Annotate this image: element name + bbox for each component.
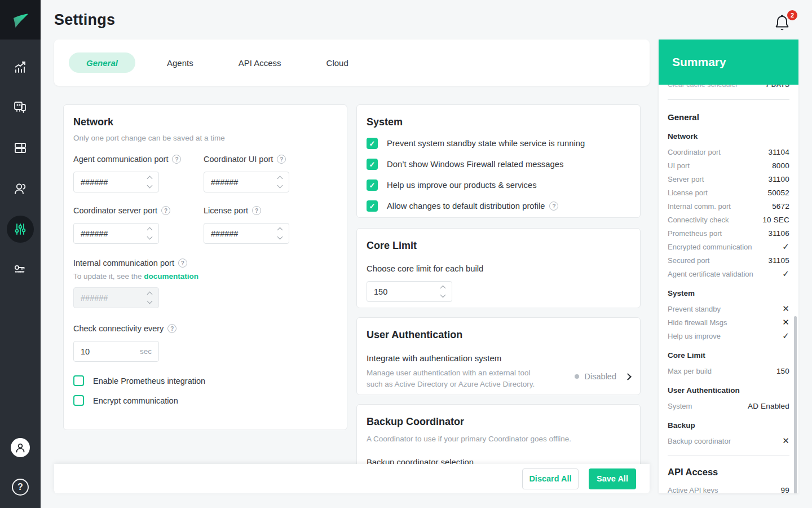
port-input[interactable]: ###### — [73, 223, 159, 244]
internal-port-label: Internal communication port — [73, 259, 174, 268]
spinner-down-icon[interactable] — [440, 292, 446, 298]
summary-clipped-row: Clear cache scheduler 7 DAYS — [668, 85, 789, 91]
spinner-up-icon[interactable] — [147, 176, 153, 182]
summary-row: Encrypted communication ✓ — [668, 240, 789, 253]
help-icon[interactable]: ? — [12, 479, 29, 496]
spinner-control[interactable] — [441, 286, 445, 297]
spinner-control[interactable] — [148, 228, 152, 239]
settings-tab[interactable]: Cloud — [313, 52, 362, 73]
checkbox-checked[interactable]: ✓ — [367, 200, 378, 212]
chevron-right-icon — [624, 373, 632, 380]
spinner-down-icon[interactable] — [147, 234, 153, 240]
notifications-button[interactable]: 2 — [774, 14, 793, 34]
checkbox-checked[interactable]: ✓ — [367, 179, 378, 191]
sidebar-item-builds[interactable] — [7, 134, 34, 161]
help-tooltip-icon[interactable]: ? — [172, 155, 181, 164]
core-limit-value: 150 — [374, 287, 387, 296]
auth-status-control[interactable]: Disabled — [575, 364, 630, 389]
checkbox-row[interactable]: ✓ Help us improve our products & service… — [367, 179, 630, 191]
notification-badge: 2 — [787, 10, 797, 20]
spinner-down-icon[interactable] — [277, 183, 283, 189]
summary-row-value: ✓ — [782, 331, 789, 341]
checkbox-row[interactable]: Encrypt communication — [73, 395, 337, 406]
sidebar-item-license[interactable] — [7, 256, 34, 283]
port-input[interactable]: ###### — [204, 172, 289, 192]
summary-row: Server port 31100 — [668, 172, 789, 186]
summary-row: Agent certificate validation ✓ — [668, 267, 789, 281]
port-input[interactable]: ###### — [204, 223, 289, 244]
summary-row-label: System — [668, 289, 695, 297]
checkbox-checked[interactable]: ✓ — [367, 159, 378, 170]
summary-row: Backup coordinator ✕ — [668, 434, 789, 448]
help-tooltip-icon[interactable]: ? — [161, 206, 170, 215]
agents-icon — [13, 100, 28, 115]
spinner-up-icon[interactable] — [440, 286, 446, 291]
checkbox-row[interactable]: ✓ Prevent system standby state while ser… — [367, 138, 630, 149]
spinner-up-icon[interactable] — [277, 176, 283, 182]
help-tooltip-icon[interactable]: ? — [167, 324, 176, 333]
summary-row-value: 150 — [776, 367, 789, 375]
network-checkboxes: Enable Prometheus integration Encrypt co… — [73, 375, 337, 406]
help-tooltip-icon[interactable]: ? — [178, 259, 187, 268]
discard-all-button[interactable]: Discard All — [522, 468, 579, 489]
help-tooltip-icon[interactable]: ? — [277, 155, 286, 164]
connectivity-input[interactable]: 10 sec — [73, 341, 159, 362]
sidebar-item-settings[interactable] — [7, 216, 34, 243]
app-logo[interactable] — [0, 0, 41, 40]
settings-tab[interactable]: General — [69, 52, 135, 73]
summary-scrollbar[interactable] — [794, 316, 797, 493]
spinner-down-icon[interactable] — [147, 183, 153, 189]
summary-row-label: Prometheus port — [668, 229, 722, 238]
spinner-control[interactable] — [148, 177, 152, 187]
core-limit-input[interactable]: 150 — [367, 281, 452, 302]
checkbox-row[interactable]: ✓ Don’t show Windows Firewall related me… — [367, 159, 630, 170]
spinner-up-icon — [147, 292, 153, 297]
save-all-button[interactable]: Save All — [589, 468, 636, 489]
spinner-down-icon[interactable] — [277, 234, 283, 240]
summary-body: Clear cache scheduler 7 DAYS General — [659, 85, 798, 493]
system-card: System ✓ Prevent system standby state wh… — [356, 104, 641, 218]
checkbox-checked[interactable]: ✓ — [367, 138, 378, 149]
internal-port-hint: To update it, see the — [73, 272, 144, 281]
summary-row-label: Server port — [668, 175, 704, 183]
summary-row: Prevent standby ✕ — [668, 302, 789, 316]
sidebar-footer: ? — [0, 438, 41, 500]
sidebar: ? — [0, 0, 41, 508]
spinner-control[interactable] — [278, 177, 282, 187]
help-tooltip-icon[interactable]: ? — [549, 202, 558, 211]
spinner-control[interactable] — [278, 228, 282, 239]
summary-panel: Summary Clear cache scheduler 7 DAYS Gen… — [659, 40, 798, 493]
settings-tab[interactable]: API Access — [225, 52, 295, 73]
documentation-link[interactable]: documentation — [144, 272, 198, 281]
summary-row-label: Backup — [668, 421, 695, 430]
sidebar-item-agents[interactable] — [7, 94, 34, 121]
sidebar-item-users[interactable] — [7, 175, 34, 202]
summary-row: Backup — [668, 418, 789, 432]
system-options: ✓ Prevent system standby state while ser… — [367, 138, 630, 212]
spinner-up-icon[interactable] — [147, 227, 153, 233]
checkbox-unchecked[interactable] — [73, 375, 84, 386]
port-input-value: ###### — [81, 178, 108, 187]
checkbox-row[interactable]: ✓ Allow changes to default distribution … — [367, 200, 630, 212]
system-title: System — [367, 116, 630, 128]
help-tooltip-icon[interactable]: ? — [252, 206, 261, 215]
port-input-value: ###### — [81, 229, 108, 238]
core-limit-card: Core Limit Choose core limit for each bu… — [356, 228, 641, 308]
settings-tab[interactable]: Agents — [153, 52, 207, 73]
checkbox-unchecked[interactable] — [73, 395, 84, 406]
sidebar-item-analytics[interactable] — [7, 53, 34, 80]
user-avatar[interactable] — [11, 438, 30, 457]
summary-rows: General Network Coordinator port 31104 — [668, 99, 789, 493]
port-input[interactable]: ###### — [73, 172, 159, 192]
summary-row: System AD Enabled — [668, 399, 789, 413]
spinner-up-icon[interactable] — [277, 227, 283, 233]
summary-row-value: ✓ — [782, 269, 789, 279]
summary-row-value: 31106 — [768, 229, 789, 238]
checkbox-row[interactable]: Enable Prometheus integration — [73, 375, 337, 386]
checkbox-label: Encrypt communication — [93, 396, 178, 405]
user-auth-card: User Authentication Integrate with authe… — [356, 317, 641, 395]
summary-row: License port 50052 — [668, 186, 789, 199]
settings-sliders-icon — [13, 222, 28, 237]
summary-row-label: UI port — [668, 161, 690, 170]
core-limit-title: Core Limit — [367, 240, 630, 252]
